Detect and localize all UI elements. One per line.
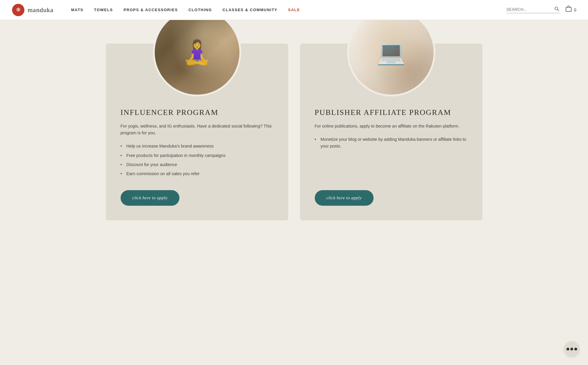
search-container xyxy=(506,6,560,13)
cart-container[interactable]: 0 xyxy=(565,6,576,14)
publisher-list: Monetize your blog or website by adding … xyxy=(315,136,468,180)
svg-line-3 xyxy=(558,10,559,11)
influencer-image xyxy=(155,10,239,95)
nav-link-clothing[interactable]: CLOTHING xyxy=(189,8,212,12)
nav-links: MATS TOWELS PROPS & ACCESSORIES CLOTHING… xyxy=(71,8,507,12)
influencer-description: For yogis, wellness, and IG enthusiasts.… xyxy=(121,123,274,136)
influencer-apply-button[interactable]: click here to apply xyxy=(121,190,179,206)
publisher-image-container xyxy=(347,8,435,96)
publisher-card: PUBLISHER AFFILIATE PROGRAM For online p… xyxy=(300,43,482,220)
search-input[interactable] xyxy=(506,7,553,12)
nav-link-props[interactable]: PROPS & ACCESSORIES xyxy=(124,8,178,12)
publisher-description: For online publications, apply to become… xyxy=(315,123,468,130)
list-item: Discount for your audience xyxy=(121,161,274,168)
influencer-list: Help us increase Manduka's brand awarene… xyxy=(121,143,274,180)
publisher-apply-button[interactable]: click here to apply xyxy=(315,190,374,206)
nav-link-classes[interactable]: CLASSES & COMMUNITY xyxy=(223,8,278,12)
publisher-title: PUBLISHER AFFILIATE PROGRAM xyxy=(315,108,468,117)
chat-icon: ●●● xyxy=(566,345,578,353)
search-button[interactable] xyxy=(553,6,560,12)
logo-text: manduka xyxy=(28,6,54,14)
cart-icon xyxy=(565,6,572,14)
influencer-title: INFLUENCER PROGRAM xyxy=(121,108,274,117)
logo-link[interactable]: ❄ manduka xyxy=(12,4,54,16)
nav-link-mats[interactable]: MATS xyxy=(71,8,84,12)
list-item: Monetize your blog or website by adding … xyxy=(315,136,468,150)
influencer-card: INFLUENCER PROGRAM For yogis, wellness, … xyxy=(106,43,288,220)
logo-icon: ❄ xyxy=(12,4,25,16)
nav-link-sale[interactable]: SALE xyxy=(288,8,300,12)
main-content: INFLUENCER PROGRAM For yogis, wellness, … xyxy=(88,20,500,244)
svg-text:❄: ❄ xyxy=(16,6,21,13)
chat-bubble[interactable]: ●●● xyxy=(564,341,579,356)
publisher-image xyxy=(349,10,434,95)
search-icon xyxy=(554,6,559,11)
list-item: Free products for participation in month… xyxy=(121,152,274,159)
cart-count: 0 xyxy=(574,8,576,12)
nav-right: 0 xyxy=(506,6,576,14)
nav-link-towels[interactable]: TOWELS xyxy=(94,8,113,12)
navbar: ❄ manduka MATS TOWELS PROPS & ACCESSORIE… xyxy=(0,0,588,20)
svg-rect-4 xyxy=(566,7,571,11)
list-item: Earn commission on all sales you refer xyxy=(121,170,274,177)
list-item: Help us increase Manduka's brand awarene… xyxy=(121,143,274,150)
influencer-image-container xyxy=(153,8,241,96)
